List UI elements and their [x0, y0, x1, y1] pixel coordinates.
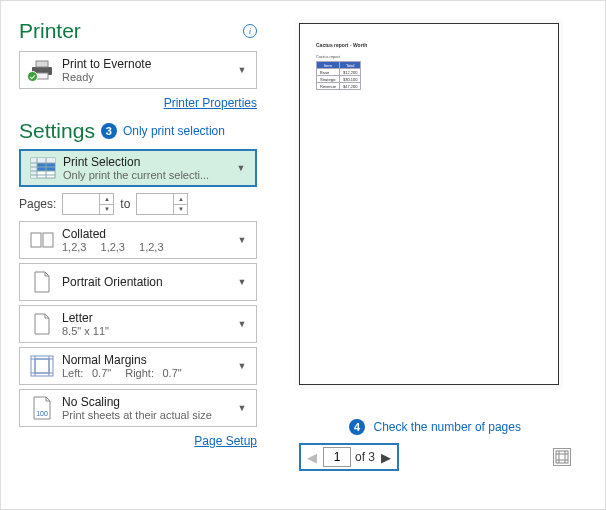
chevron-down-icon: ▼	[233, 163, 249, 173]
chevron-down-icon: ▼	[234, 319, 250, 329]
pages-to-input[interactable]: ▲▼	[136, 193, 188, 215]
print-what-sub: Only print the current selecti...	[63, 169, 233, 181]
chevron-down-icon: ▼	[234, 235, 250, 245]
page-total-label: of 3	[355, 450, 375, 464]
selection-icon	[27, 154, 59, 182]
pages-from-field[interactable]	[63, 194, 99, 214]
spinner-up-icon[interactable]: ▲	[100, 194, 113, 204]
spinner-down-icon[interactable]: ▼	[174, 204, 187, 215]
preview-title: Cactus report - Worth	[316, 42, 367, 48]
margins-icon	[26, 352, 58, 380]
print-preview: Cactus report - Worth Cactus report Item…	[299, 23, 559, 385]
printer-icon	[26, 56, 58, 84]
collate-sub: 1,2,3 1,2,3 1,2,3	[62, 241, 234, 253]
svg-rect-13	[31, 233, 41, 247]
preview-table: ItemTotal Base$12,200 Strategic$30,100 R…	[316, 61, 361, 90]
chevron-down-icon: ▼	[234, 403, 250, 413]
chevron-down-icon: ▼	[234, 361, 250, 371]
paper-title: Letter	[62, 311, 234, 325]
svg-rect-14	[43, 233, 53, 247]
chevron-down-icon: ▼	[234, 277, 250, 287]
page-setup-link[interactable]: Page Setup	[194, 434, 257, 448]
step-4-badge: 4	[349, 419, 365, 435]
paper-sub: 8.5" x 11"	[62, 325, 234, 337]
scaling-icon: 100	[26, 394, 58, 422]
page-navigator: ◀ 1 of 3 ▶	[299, 443, 399, 471]
paper-size-select[interactable]: Letter 8.5" x 11" ▼	[19, 305, 257, 343]
printer-properties-link[interactable]: Printer Properties	[164, 96, 257, 110]
collate-icon	[26, 226, 58, 254]
prev-page-button[interactable]: ◀	[305, 450, 319, 465]
svg-text:100: 100	[36, 410, 48, 417]
pages-to-label: to	[120, 197, 130, 211]
step-4-label: Check the number of pages	[374, 420, 521, 434]
portrait-icon	[26, 268, 58, 296]
svg-rect-5	[31, 158, 55, 163]
print-what-select[interactable]: Print Selection Only print the current s…	[19, 149, 257, 187]
spinner-down-icon[interactable]: ▼	[100, 204, 113, 215]
printer-status: Ready	[62, 71, 234, 83]
pages-to-field[interactable]	[137, 194, 173, 214]
preview-subtitle: Cactus report	[316, 54, 367, 59]
margins-sub: Left: 0.7" Right: 0.7"	[62, 367, 234, 379]
scaling-title: No Scaling	[62, 395, 234, 409]
collate-title: Collated	[62, 227, 234, 241]
orientation-title: Portrait Orientation	[62, 275, 234, 289]
orientation-select[interactable]: Portrait Orientation ▼	[19, 263, 257, 301]
pages-from-input[interactable]: ▲▼	[62, 193, 114, 215]
step-3-label: Only print selection	[123, 124, 225, 138]
show-margins-button[interactable]	[553, 448, 571, 466]
printer-select[interactable]: Print to Evernote Ready ▼	[19, 51, 257, 89]
margins-title: Normal Margins	[62, 353, 234, 367]
page-icon	[26, 310, 58, 338]
settings-heading: Settings	[19, 119, 95, 143]
info-icon[interactable]: i	[243, 24, 257, 38]
pages-label: Pages:	[19, 197, 56, 211]
spinner-up-icon[interactable]: ▲	[174, 194, 187, 204]
svg-rect-22	[556, 451, 568, 463]
margins-select[interactable]: Normal Margins Left: 0.7" Right: 0.7" ▼	[19, 347, 257, 385]
chevron-down-icon: ▼	[234, 65, 250, 75]
current-page-input[interactable]: 1	[323, 447, 351, 467]
printer-heading: Printer	[19, 19, 81, 43]
printer-name: Print to Evernote	[62, 57, 234, 71]
scaling-select[interactable]: 100 No Scaling Print sheets at their act…	[19, 389, 257, 427]
collate-select[interactable]: Collated 1,2,3 1,2,3 1,2,3 ▼	[19, 221, 257, 259]
scaling-sub: Print sheets at their actual size	[62, 409, 234, 421]
step-3-badge: 3	[101, 123, 117, 139]
next-page-button[interactable]: ▶	[379, 450, 393, 465]
print-what-title: Print Selection	[63, 155, 233, 169]
svg-rect-1	[36, 61, 48, 67]
